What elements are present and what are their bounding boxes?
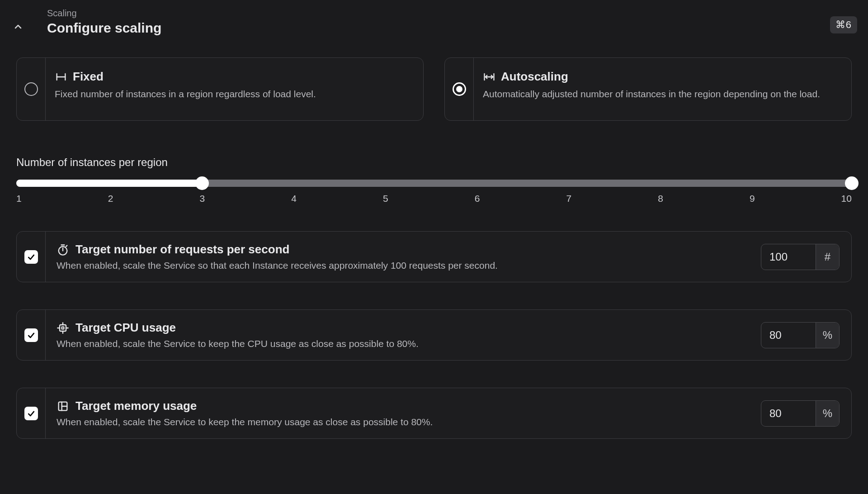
- keyboard-shortcut-badge: ⌘6: [830, 16, 857, 33]
- chevron-up-icon: [13, 21, 24, 32]
- metric-rps-input[interactable]: [761, 244, 816, 270]
- slider-tick: 10: [841, 193, 852, 204]
- slider-tick: 3: [199, 193, 205, 204]
- option-autoscaling[interactable]: Autoscaling Automatically adjusted numbe…: [444, 57, 852, 121]
- metric-memory-desc: When enabled, scale the Service to keep …: [57, 417, 761, 428]
- checkbox-rps[interactable]: [24, 250, 38, 264]
- instances-slider-thumb-low[interactable]: [195, 176, 209, 190]
- collapse-toggle[interactable]: [11, 21, 25, 32]
- metric-cpu-input-group: %: [761, 322, 840, 348]
- svg-rect-11: [62, 327, 64, 329]
- metric-memory-unit: %: [816, 401, 839, 426]
- slider-tick: 8: [658, 193, 663, 204]
- scaling-mode-options: Fixed Fixed number of instances in a reg…: [16, 57, 852, 121]
- metric-cpu-input[interactable]: [761, 323, 816, 348]
- metric-cpu-title: Target CPU usage: [75, 321, 176, 335]
- instances-slider-track[interactable]: [16, 180, 852, 187]
- metric-memory-title: Target memory usage: [75, 399, 197, 413]
- metric-rps-desc: When enabled, scale the Service so that …: [57, 260, 761, 271]
- metric-memory-input[interactable]: [761, 401, 816, 426]
- metric-rps-unit: #: [816, 244, 839, 270]
- checkbox-cpu[interactable]: [24, 328, 38, 342]
- checkbox-memory[interactable]: [24, 407, 38, 420]
- check-icon: [27, 409, 36, 418]
- instances-slider-label: Number of instances per region: [16, 156, 852, 169]
- metric-memory-usage: Target memory usage When enabled, scale …: [16, 388, 852, 439]
- metric-cpu-desc: When enabled, scale the Service to keep …: [57, 338, 761, 349]
- slider-tick: 9: [750, 193, 755, 204]
- slider-tick: 4: [291, 193, 297, 204]
- slider-tick: 5: [383, 193, 388, 204]
- metric-memory-input-group: %: [761, 400, 840, 427]
- option-fixed[interactable]: Fixed Fixed number of instances in a reg…: [16, 57, 424, 121]
- layout-icon: [57, 400, 69, 413]
- svg-rect-10: [60, 325, 66, 331]
- slider-tick: 6: [475, 193, 480, 204]
- check-icon: [27, 252, 36, 261]
- metric-rps-title: Target number of requests per second: [75, 242, 289, 256]
- option-fixed-title: Fixed: [73, 70, 104, 84]
- instances-slider-block: Number of instances per region 123456789…: [16, 156, 852, 204]
- cpu-icon: [57, 322, 69, 334]
- slider-tick: 2: [108, 193, 113, 204]
- metric-requests-per-second: Target number of requests per second Whe…: [16, 231, 852, 282]
- check-icon: [27, 331, 36, 340]
- svg-line-9: [66, 245, 67, 246]
- option-autoscaling-title: Autoscaling: [501, 70, 568, 84]
- instances-slider-thumb-high[interactable]: [845, 176, 859, 190]
- section-eyebrow: Scaling: [47, 8, 816, 19]
- radio-autoscaling[interactable]: [453, 82, 466, 96]
- option-fixed-desc: Fixed number of instances in a region re…: [55, 87, 412, 101]
- option-autoscaling-desc: Automatically adjusted number of instanc…: [483, 87, 840, 101]
- slider-tick: 7: [566, 193, 571, 204]
- autoscale-icon: [483, 71, 495, 83]
- page-title: Configure scaling: [47, 20, 816, 36]
- radio-fixed[interactable]: [24, 82, 38, 96]
- fixed-width-icon: [55, 71, 67, 83]
- section-header: Scaling Configure scaling ⌘6: [0, 0, 868, 41]
- stopwatch-icon: [57, 243, 69, 256]
- metric-cpu-usage: Target CPU usage When enabled, scale the…: [16, 309, 852, 361]
- slider-tick: 1: [16, 193, 22, 204]
- metric-cpu-unit: %: [816, 323, 839, 348]
- instances-slider-ticks: 12345678910: [16, 193, 852, 204]
- metric-rps-input-group: #: [761, 244, 840, 270]
